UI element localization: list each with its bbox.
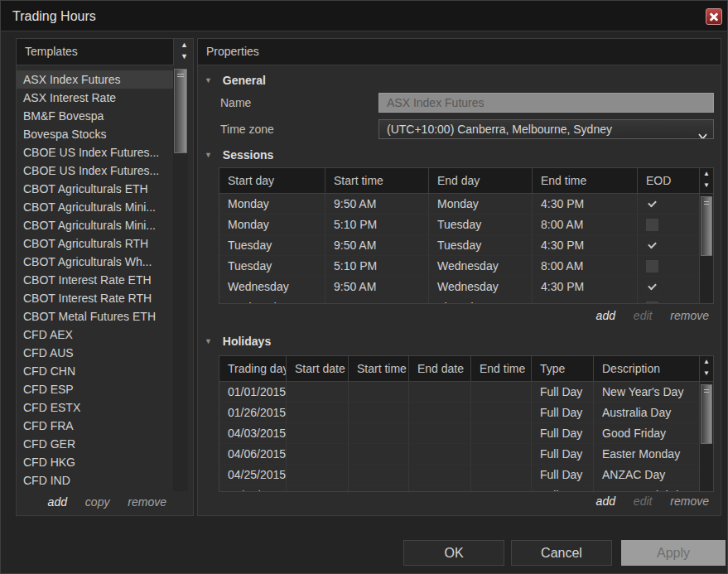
- template-item[interactable]: CBOT Metal Futures ETH: [17, 307, 174, 326]
- session-cell: Tuesday: [219, 256, 325, 277]
- holiday-cell: [349, 465, 409, 485]
- sessions-scrollbar[interactable]: ▲ ▼: [699, 168, 713, 303]
- copy-template-link[interactable]: copy: [85, 495, 110, 509]
- template-item[interactable]: CFD AUS: [17, 344, 174, 362]
- eod-checkbox-checked[interactable]: [646, 198, 658, 210]
- sessions-table: Start dayStart timeEnd dayEnd timeEOD Mo…: [219, 167, 714, 304]
- session-row[interactable]: Tuesday5:10 PMWednesday8:00 AM: [219, 256, 701, 277]
- edit-session-link[interactable]: edit: [634, 309, 653, 322]
- template-item[interactable]: CBOT Interest Rate RTH: [17, 289, 174, 307]
- holiday-cell: [349, 403, 409, 423]
- title-bar[interactable]: Trading Hours: [1, 1, 727, 31]
- column-header: Description: [594, 356, 701, 381]
- scroll-up-icon[interactable]: ▲: [700, 356, 713, 368]
- session-cell: [638, 256, 701, 277]
- session-cell: Wednesday: [219, 277, 325, 297]
- holiday-cell: [471, 444, 532, 465]
- template-item[interactable]: Bovespa Stocks: [17, 125, 174, 143]
- holiday-row[interactable]: 01/26/2015Full DayAustralia Day: [219, 403, 701, 423]
- template-item[interactable]: CBOT Agriculturals Wh...: [17, 253, 174, 271]
- column-header: EOD: [638, 168, 701, 193]
- template-item[interactable]: CFD CHN: [17, 362, 174, 380]
- holiday-row[interactable]: 06/08/2015Full DayQueen's Birthday: [219, 485, 701, 492]
- template-item[interactable]: ASX Interest Rate: [17, 89, 174, 107]
- cancel-button[interactable]: Cancel: [511, 540, 612, 566]
- scrollbar-thumb[interactable]: [174, 69, 187, 153]
- holiday-cell: [471, 403, 532, 423]
- scrollbar-thumb[interactable]: [701, 196, 712, 256]
- eod-checkbox-unchecked[interactable]: [646, 260, 658, 273]
- holidays-section-label: Holidays: [223, 335, 271, 348]
- template-item[interactable]: CBOE US Index Futures...: [17, 162, 174, 180]
- remove-holiday-link[interactable]: remove: [670, 494, 709, 508]
- name-field[interactable]: ASX Index Futures: [378, 93, 714, 113]
- scroll-up-icon[interactable]: ▲: [176, 39, 193, 51]
- timezone-label: Time zone: [220, 123, 274, 136]
- properties-header: Properties: [198, 39, 721, 65]
- session-row[interactable]: Monday9:50 AMMonday4:30 PM: [219, 194, 701, 215]
- template-item[interactable]: CFD IND: [17, 471, 174, 490]
- collapse-arrow-icon[interactable]: ▼: [205, 151, 212, 159]
- holiday-cell: [471, 382, 532, 403]
- eod-checkbox-unchecked[interactable]: [646, 219, 658, 231]
- holiday-row[interactable]: 04/06/2015Full DayEaster Monday: [219, 444, 701, 465]
- sessions-section-header[interactable]: ▼ Sessions: [205, 148, 273, 162]
- scrollbar-thumb[interactable]: [701, 384, 712, 444]
- properties-panel: Properties ▼ General Name ASX Index Futu…: [197, 38, 721, 516]
- edit-holiday-link[interactable]: edit: [634, 494, 653, 508]
- remove-session-link[interactable]: remove: [670, 309, 709, 322]
- session-row[interactable]: Tuesday9:50 AMTuesday4:30 PM: [219, 235, 701, 256]
- holiday-row[interactable]: 04/25/2015Full DayANZAC Day: [219, 465, 701, 485]
- add-holiday-link[interactable]: add: [596, 494, 615, 508]
- general-section-header[interactable]: ▼ General: [205, 74, 266, 87]
- template-item[interactable]: BM&F Bovespa: [17, 107, 174, 125]
- holiday-cell: [409, 382, 471, 403]
- session-row[interactable]: Wednesday5:10 PMThursday8:00 AM: [219, 297, 701, 304]
- holiday-cell: Australia Day: [594, 403, 701, 423]
- template-item[interactable]: CBOT Agriculturals Mini...: [17, 198, 174, 216]
- template-item[interactable]: ASX Index Futures: [17, 70, 174, 89]
- collapse-arrow-icon[interactable]: ▼: [205, 76, 212, 84]
- timezone-dropdown[interactable]: (UTC+10:00) Canberra, Melbourne, Sydney: [378, 119, 714, 139]
- template-item[interactable]: CBOT Agriculturals RTH: [17, 234, 174, 253]
- template-item[interactable]: CFD GER: [17, 435, 174, 453]
- holiday-cell: [409, 485, 471, 492]
- add-session-link[interactable]: add: [596, 309, 615, 322]
- apply-button[interactable]: Apply: [621, 540, 726, 566]
- holidays-section-header[interactable]: ▼ Holidays: [205, 335, 271, 348]
- collapse-arrow-icon[interactable]: ▼: [205, 337, 212, 345]
- column-header: Trading day: [219, 356, 287, 381]
- template-item[interactable]: CBOE US Index Futures...: [17, 143, 174, 162]
- holidays-scrollbar[interactable]: ▲ ▼: [699, 356, 713, 491]
- add-template-link[interactable]: add: [48, 495, 67, 509]
- template-item[interactable]: CBOT Interest Rate ETH: [17, 271, 174, 289]
- templates-scrollbar[interactable]: [173, 69, 188, 491]
- session-cell: [638, 297, 701, 304]
- eod-checkbox-checked[interactable]: [646, 281, 658, 293]
- remove-template-link[interactable]: remove: [128, 495, 166, 509]
- template-item[interactable]: CBOT Agriculturals ETH: [17, 180, 174, 198]
- scroll-down-icon[interactable]: ▼: [700, 368, 713, 379]
- scroll-down-icon[interactable]: ▼: [700, 180, 713, 191]
- template-item[interactable]: CFD ESP: [17, 380, 174, 398]
- scroll-down-icon[interactable]: ▼: [176, 51, 193, 62]
- close-button[interactable]: [706, 8, 722, 25]
- template-item[interactable]: CFD HKG: [17, 453, 174, 471]
- templates-scroll-buttons: ▲ ▼: [176, 39, 193, 65]
- eod-checkbox-unchecked[interactable]: [646, 301, 658, 304]
- ok-button[interactable]: OK: [403, 540, 504, 566]
- template-item[interactable]: CFD ESTX: [17, 398, 174, 417]
- session-cell: 8:00 AM: [533, 297, 638, 304]
- column-header: Start time: [325, 168, 429, 193]
- holiday-row[interactable]: 01/01/2015Full DayNew Year's Day: [219, 382, 701, 403]
- session-row[interactable]: Wednesday9:50 AMWednesday4:30 PM: [219, 277, 701, 297]
- template-item[interactable]: CBOT Agriculturals Mini...: [17, 216, 174, 234]
- template-item[interactable]: CFD AEX: [17, 326, 174, 344]
- template-item[interactable]: CFD FRA: [17, 417, 174, 435]
- holiday-row[interactable]: 04/03/2015Full DayGood Friday: [219, 423, 701, 444]
- session-row[interactable]: Monday5:10 PMTuesday8:00 AM: [219, 215, 701, 235]
- session-cell: [638, 277, 701, 297]
- sessions-table-header: Start dayStart timeEnd dayEnd timeEOD: [219, 168, 701, 194]
- scroll-up-icon[interactable]: ▲: [700, 168, 713, 180]
- eod-checkbox-checked[interactable]: [646, 239, 658, 252]
